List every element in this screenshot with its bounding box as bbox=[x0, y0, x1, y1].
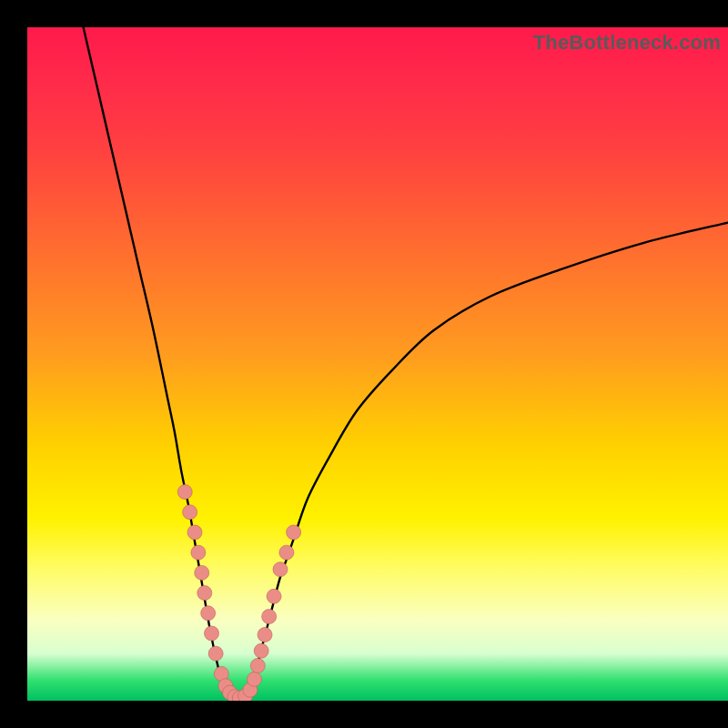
highlight-dot bbox=[191, 545, 206, 560]
chart-frame: TheBottleneck.com bbox=[0, 0, 728, 728]
highlight-dot bbox=[197, 586, 212, 601]
highlight-dot bbox=[208, 646, 223, 661]
highlight-dot bbox=[273, 562, 288, 577]
highlight-dot bbox=[195, 565, 209, 580]
bottleneck-curve bbox=[84, 27, 728, 701]
highlight-dot bbox=[287, 525, 301, 540]
highlight-dot bbox=[187, 525, 202, 540]
highlight-dot bbox=[205, 626, 219, 641]
highlight-dot bbox=[279, 545, 294, 560]
highlight-dot bbox=[177, 485, 192, 500]
highlight-dot bbox=[254, 643, 268, 658]
highlight-dot bbox=[250, 659, 265, 673]
highlight-dot bbox=[201, 606, 216, 621]
highlight-dots bbox=[177, 485, 300, 701]
highlight-dot bbox=[267, 589, 281, 603]
highlight-dot bbox=[262, 610, 277, 624]
highlight-dot bbox=[183, 505, 197, 520]
highlight-dot bbox=[258, 627, 272, 642]
highlight-dot bbox=[247, 672, 261, 686]
plot-area: TheBottleneck.com bbox=[27, 27, 728, 701]
curve-svg bbox=[27, 27, 728, 701]
v-curve-path bbox=[84, 27, 728, 701]
